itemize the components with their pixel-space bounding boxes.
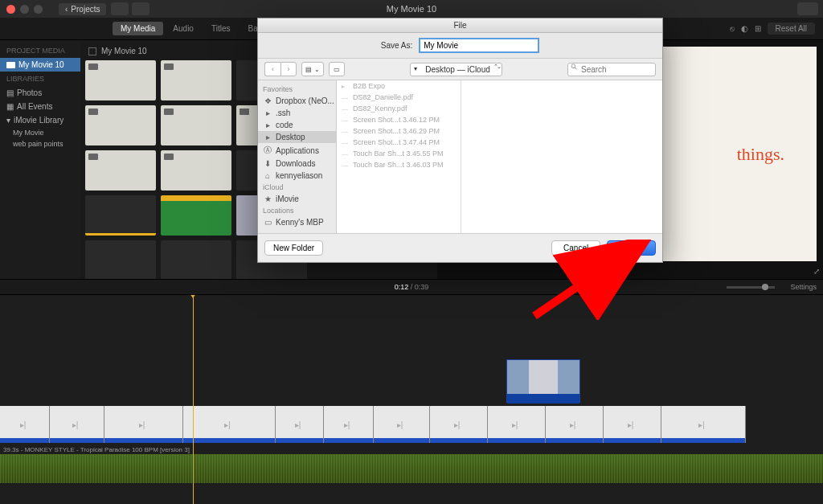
media-thumbnail[interactable] — [161, 195, 231, 236]
toolbar-button-2[interactable] — [132, 2, 149, 15]
cancel-button[interactable]: Cancel — [551, 240, 600, 256]
browser-title: My Movie 10 — [101, 47, 147, 55]
filename-input[interactable] — [419, 38, 539, 53]
library-item[interactable]: My Movie — [0, 127, 80, 138]
back-button[interactable]: ‹ — [264, 62, 280, 76]
star-icon: ★ — [263, 195, 272, 203]
reset-all-button[interactable]: Reset All — [768, 23, 815, 35]
finder-sidebar-item[interactable]: ★iMovie — [258, 193, 336, 205]
save-button[interactable]: Save — [607, 240, 656, 256]
color-icon[interactable]: ◐ — [741, 24, 748, 33]
file-item[interactable]: —Touch Bar Sh...t 3.45.55 PM — [337, 148, 461, 159]
finder-sidebar-item[interactable]: ▸code — [258, 119, 336, 131]
view-mode-button[interactable]: ▤ ⌄ — [301, 62, 324, 76]
media-thumbnail[interactable] — [85, 150, 156, 191]
file-icon: ▸ — [342, 83, 350, 90]
title-clip[interactable]: ▸| — [276, 406, 324, 443]
tab-titles[interactable]: Titles — [203, 22, 239, 35]
toolbar-button-1[interactable] — [111, 2, 129, 15]
libraries-header: LIBRARIES — [0, 72, 80, 86]
file-list: ▸B2B Expo—DS82_Danielle.pdf—DS82_Kenny.p… — [337, 80, 662, 233]
file-icon: — — [342, 139, 350, 146]
forward-button[interactable]: › — [280, 62, 297, 76]
photos-icon: ▤ — [6, 88, 14, 97]
preview-text: things. — [737, 144, 784, 165]
location-dropdown[interactable]: Desktop — iCloud — [410, 63, 502, 76]
finder-sidebar-item[interactable]: ❖Dropbox (NeO... — [258, 95, 336, 107]
finder-sidebar-item[interactable]: ⒶApplications — [258, 143, 336, 158]
close-window[interactable] — [6, 5, 15, 14]
adjust-icon[interactable]: ⎋ — [730, 24, 735, 33]
tab-my-media[interactable]: My Media — [113, 22, 163, 35]
media-thumbnail[interactable] — [161, 240, 231, 281]
library-item[interactable]: web pain points — [0, 138, 80, 150]
file-item[interactable]: —DS82_Danielle.pdf — [337, 92, 461, 103]
title-clip[interactable]: ▸| — [183, 406, 276, 443]
tab-audio[interactable]: Audio — [165, 22, 202, 35]
zoom-window — [34, 5, 43, 14]
sidebar-imovie-library[interactable]: ▾iMovie Library — [0, 113, 80, 127]
window-title: My Movie 10 — [387, 4, 436, 14]
crop-icon[interactable]: ⊞ — [755, 24, 761, 33]
finder-sidebar-item[interactable]: ▸.ssh — [258, 107, 336, 119]
title-clip[interactable]: ▸| — [374, 406, 430, 443]
title-clip[interactable]: ▸| — [488, 406, 546, 443]
media-thumbnail[interactable] — [161, 150, 231, 191]
file-item[interactable]: ▸B2B Expo — [337, 80, 461, 92]
audio-clip[interactable] — [0, 454, 823, 483]
finder-sidebar-item[interactable]: ⌂kennyeliason — [258, 170, 336, 182]
title-clip[interactable]: ▸| — [430, 406, 488, 443]
dialog-title: File — [258, 18, 662, 33]
sidebar-photos[interactable]: ▤Photos — [0, 86, 80, 100]
dropbox-icon: ❖ — [263, 96, 272, 105]
zoom-slider[interactable] — [727, 286, 775, 289]
media-thumbnail[interactable] — [85, 60, 156, 100]
folder-icon: ▸ — [263, 133, 272, 141]
new-folder-button[interactable]: New Folder — [264, 240, 323, 256]
finder-sidebar-item[interactable]: ▸Desktop — [258, 131, 336, 143]
timeline-header: 0:12 / 0:39 Settings — [0, 279, 823, 295]
title-clip[interactable]: ▸| — [104, 406, 183, 443]
select-all-checkbox[interactable] — [88, 47, 96, 55]
timeline-settings-button[interactable]: Settings — [790, 283, 817, 291]
file-icon: — — [342, 150, 350, 158]
save-as-label: Save As: — [381, 41, 412, 50]
folder-icon: ▸ — [263, 121, 272, 129]
video-clip[interactable] — [506, 359, 580, 403]
sidebar-project-item[interactable]: My Movie 10 — [0, 58, 80, 72]
title-clip[interactable]: ▸| — [546, 406, 604, 443]
sidebar-all-events[interactable]: ▦All Events — [0, 100, 80, 113]
title-clip[interactable]: ▸| — [604, 406, 661, 443]
finder-sidebar-item[interactable]: ▭Kenny's MBP — [258, 216, 336, 228]
locations-header: Locations — [258, 205, 336, 216]
title-clip[interactable]: ▸| — [661, 406, 746, 443]
chevron-left-icon: ‹ — [65, 5, 68, 14]
media-thumbnail[interactable] — [85, 195, 156, 236]
title-clip[interactable]: ▸| — [324, 406, 374, 443]
title-clip[interactable]: ▸| — [0, 406, 50, 443]
media-thumbnail[interactable] — [161, 105, 231, 145]
file-item[interactable]: —Screen Shot...t 3.46.29 PM — [337, 125, 461, 137]
timeline[interactable]: ▸|▸|▸|▸|▸|▸|▸|▸|▸|▸|▸|▸| 39.3s - MONKEY … — [0, 295, 823, 504]
share-button[interactable] — [797, 2, 818, 15]
folder-icon: ▸ — [263, 109, 272, 117]
fullscreen-icon[interactable]: ⤢ — [813, 267, 820, 276]
playhead[interactable] — [193, 295, 194, 504]
title-clip[interactable]: ▸| — [50, 406, 104, 443]
media-thumbnail[interactable] — [161, 60, 231, 100]
file-item[interactable]: —DS82_Kenny.pdf — [337, 103, 461, 114]
file-item[interactable]: —Touch Bar Sh...t 3.46.03 PM — [337, 159, 461, 170]
media-thumbnail[interactable] — [85, 105, 156, 145]
finder-sidebar-item[interactable]: ⬇Downloads — [258, 158, 336, 170]
media-thumbnail[interactable] — [85, 240, 156, 281]
download-icon: ⬇ — [263, 159, 272, 168]
time-total: 0:39 — [415, 283, 429, 291]
projects-button[interactable]: ‹ Projects — [59, 3, 106, 15]
search-input[interactable] — [567, 63, 656, 76]
window-titlebar: ‹ Projects My Movie 10 — [0, 0, 823, 18]
group-button[interactable]: ▭ — [329, 62, 345, 76]
file-item[interactable]: —Screen Shot...t 3.46.12 PM — [337, 114, 461, 125]
file-icon: — — [342, 117, 350, 124]
file-item[interactable]: —Screen Shot...t 3.47.44 PM — [337, 137, 461, 148]
file-icon: — — [342, 105, 350, 113]
